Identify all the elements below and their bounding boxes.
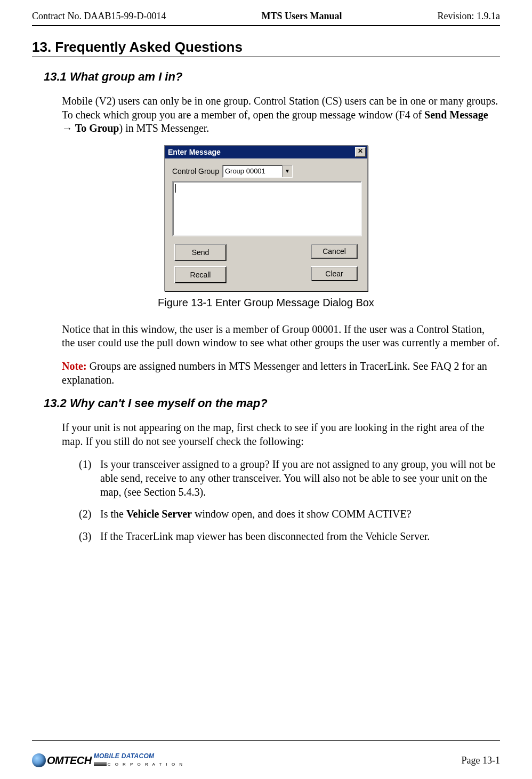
li-bold: Vehicle Server bbox=[126, 508, 192, 520]
list-text: Is your transceiver assigned to a group?… bbox=[100, 458, 500, 499]
header-rule bbox=[32, 25, 500, 26]
logo-sub-text: MOBILE DATACOM bbox=[94, 753, 184, 759]
logo-corp-line: C O R P O R A T I O N bbox=[94, 759, 184, 767]
li-pre: If the TracerLink map viewer has been di… bbox=[100, 530, 430, 542]
sub2-intro: If your unit is not appearing on the map… bbox=[62, 421, 500, 448]
control-group-label: Control Group bbox=[172, 167, 219, 176]
button-row-2: Recall Clear bbox=[172, 266, 360, 283]
sub2-list: (1) Is your transceiver assigned to a gr… bbox=[62, 458, 500, 543]
logo-main-text: OMTECH bbox=[47, 754, 92, 767]
cancel-button[interactable]: Cancel bbox=[311, 244, 358, 259]
list-item: (2) Is the Vehicle Server window open, a… bbox=[62, 507, 500, 521]
subsection-13-2-title: 13.2 Why can't I see myself on the map? bbox=[44, 396, 500, 410]
header-center: MTS Users Manual bbox=[261, 11, 342, 22]
list-number: (1) bbox=[62, 458, 100, 499]
footer-rule bbox=[32, 740, 500, 741]
close-icon[interactable]: ✕ bbox=[355, 147, 366, 157]
li-pre: Is the bbox=[100, 508, 126, 520]
dialog-titlebar: Enter Message ✕ bbox=[165, 146, 367, 158]
sub1-note: Note: Groups are assigned numbers in MTS… bbox=[62, 360, 500, 387]
sub1-p1-post: ) in MTS Messenger. bbox=[119, 122, 209, 134]
chevron-down-icon[interactable]: ▼ bbox=[282, 165, 292, 177]
section-underline bbox=[32, 57, 500, 57]
list-text: If the TracerLink map viewer has been di… bbox=[100, 530, 500, 544]
list-text: Is the Vehicle Server window open, and d… bbox=[100, 507, 500, 521]
control-group-combo[interactable]: Group 00001 ▼ bbox=[222, 165, 293, 178]
button-row-1: Send Cancel bbox=[172, 244, 360, 261]
message-textarea[interactable] bbox=[172, 181, 362, 236]
page-header: Contract No. DAAB15-99-D-0014 MTS Users … bbox=[32, 11, 500, 22]
enter-message-dialog: Enter Message ✕ Control Group Group 0000… bbox=[164, 145, 368, 291]
list-item: (3) If the TracerLink map viewer has bee… bbox=[62, 530, 500, 544]
page-footer: OMTECH MOBILE DATACOM C O R P O R A T I … bbox=[32, 753, 500, 767]
logo-sub-block: MOBILE DATACOM C O R P O R A T I O N bbox=[94, 753, 184, 767]
figure-caption: Figure 13-1 Enter Group Message Dialog B… bbox=[158, 297, 374, 309]
li-pre: Is your transceiver assigned to a group?… bbox=[100, 458, 495, 497]
clear-button[interactable]: Clear bbox=[311, 266, 358, 281]
list-number: (3) bbox=[62, 530, 100, 544]
page: Contract No. DAAB15-99-D-0014 MTS Users … bbox=[0, 0, 532, 779]
control-group-value: Group 00001 bbox=[223, 167, 282, 175]
section-title: 13. Frequently Asked Questions bbox=[32, 39, 500, 55]
dialog-title: Enter Message bbox=[168, 148, 221, 156]
globe-icon bbox=[32, 753, 46, 767]
dialog-body: Control Group Group 00001 ▼ Send Cancel … bbox=[165, 158, 367, 291]
stripes-icon bbox=[94, 761, 107, 766]
company-logo: OMTECH MOBILE DATACOM C O R P O R A T I … bbox=[32, 753, 184, 767]
note-text: Groups are assigned numbers in MTS Messe… bbox=[62, 360, 487, 386]
li-post: window open, and does it show COMM ACTIV… bbox=[192, 508, 412, 520]
text-caret bbox=[175, 184, 176, 193]
subsection-13-1-title: 13.1 What group am I in? bbox=[44, 70, 500, 84]
sub1-paragraph-2: Notice that in this window, the user is … bbox=[62, 323, 500, 350]
figure-13-1: Enter Message ✕ Control Group Group 0000… bbox=[32, 145, 500, 319]
list-item: (1) Is your transceiver assigned to a gr… bbox=[62, 458, 500, 499]
sub1-paragraph-1: Mobile (V2) users can only be in one gro… bbox=[62, 94, 500, 136]
header-right: Revision: 1.9.1a bbox=[437, 11, 500, 22]
note-label: Note: bbox=[62, 360, 87, 372]
control-group-row: Control Group Group 00001 ▼ bbox=[172, 165, 360, 178]
list-number: (2) bbox=[62, 507, 100, 521]
recall-button[interactable]: Recall bbox=[174, 266, 227, 283]
page-number: Page 13-1 bbox=[462, 755, 500, 766]
logo-corp-text: C O R P O R A T I O N bbox=[108, 762, 184, 767]
header-left: Contract No. DAAB15-99-D-0014 bbox=[32, 11, 166, 22]
send-button[interactable]: Send bbox=[174, 244, 227, 261]
